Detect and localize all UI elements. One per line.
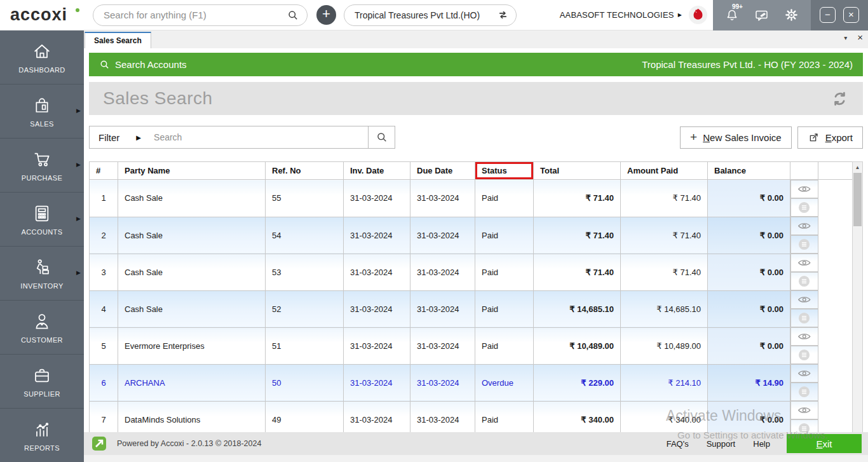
settings-gear-icon[interactable] — [783, 7, 799, 23]
cell-inv-date: 31-03-2024 — [344, 401, 410, 432]
table-row[interactable]: 4 Cash Sale 52 31-03-2024 31-03-2024 Pai… — [90, 290, 853, 327]
col-header-total[interactable]: Total — [534, 162, 621, 180]
switch-company-icon[interactable] — [496, 8, 510, 22]
table-search-button[interactable] — [368, 126, 395, 148]
cell-ref-no: 52 — [266, 290, 344, 327]
sidebar-item-customer[interactable]: CUSTOMER — [0, 301, 84, 355]
sales-table-wrap: # Party Name Ref. No Inv. Date Due Date … — [89, 161, 863, 432]
row-menu-button[interactable] — [790, 346, 818, 364]
col-header-inv-date[interactable]: Inv. Date — [344, 162, 410, 180]
sidebar-item-accounts[interactable]: ACCOUNTS ▶ — [0, 193, 84, 247]
exit-button[interactable]: Exit — [787, 434, 862, 453]
close-button[interactable]: × — [843, 7, 859, 23]
row-menu-button[interactable] — [790, 383, 818, 401]
col-header-status[interactable]: Status — [475, 162, 534, 180]
table-search-input[interactable] — [149, 132, 368, 142]
col-header-balance[interactable]: Balance — [708, 162, 790, 180]
tab-list-caret-icon[interactable]: ▾ — [844, 34, 847, 41]
filter-search-group: Filter ▶ — [89, 126, 395, 149]
sidebar-item-label: ACCOUNTS — [22, 228, 63, 236]
sidebar-item-inventory[interactable]: INVENTORY ▶ — [0, 247, 84, 301]
chevron-right-icon: ▶ — [76, 215, 81, 222]
table-row[interactable]: 6 ARCHANA 50 31-03-2024 31-03-2024 Overd… — [90, 364, 853, 401]
help-link[interactable]: Help — [753, 439, 770, 449]
cell-status: Paid — [475, 290, 534, 327]
global-search[interactable] — [93, 4, 308, 26]
new-sales-invoice-button[interactable]: + New Sales Invoice — [680, 126, 792, 149]
cell-party-name: ARCHANA — [118, 364, 266, 401]
quick-add-button[interactable]: + — [316, 5, 336, 25]
sidebar-item-sales[interactable]: SALES ▶ — [0, 85, 84, 139]
cell-total: ₹ 10,489.00 — [534, 327, 621, 364]
sidebar-item-reports[interactable]: REPORTS — [0, 409, 84, 462]
row-menu-button[interactable] — [790, 419, 818, 432]
tab-sales-search[interactable]: Sales Search — [85, 32, 151, 48]
cell-amount-paid: ₹ 71.40 — [621, 180, 708, 217]
global-search-input[interactable] — [104, 10, 287, 20]
footer: Powered by Accoxi - 2.0.13 © 2018-2024 F… — [84, 432, 868, 455]
notification-tray: 99+ — [713, 0, 811, 31]
accoxi-footer-logo — [92, 436, 107, 451]
scroll-up-icon[interactable]: ▲ — [853, 162, 862, 172]
view-invoice-button[interactable] — [790, 180, 818, 198]
faqs-link[interactable]: FAQ's — [667, 439, 689, 449]
view-invoice-button[interactable] — [790, 290, 818, 309]
row-menu-button[interactable] — [790, 235, 818, 254]
company-selector[interactable]: Tropical Treasures Pvt Ltd.(HO) — [344, 4, 517, 26]
notification-badge: 99+ — [732, 3, 743, 10]
cell-row-number: 4 — [90, 290, 118, 327]
messages-icon[interactable] — [754, 8, 770, 23]
col-header-due-date[interactable]: Due Date — [410, 162, 475, 180]
row-menu-button[interactable] — [790, 309, 818, 327]
cell-due-date: 31-03-2024 — [410, 180, 475, 217]
sidebar-item-label: CUSTOMER — [21, 336, 63, 344]
support-link[interactable]: Support — [707, 439, 736, 449]
row-menu-button[interactable] — [790, 272, 818, 290]
sidebar-item-dashboard[interactable]: DASHBOARD — [0, 31, 84, 85]
inventory-icon — [31, 257, 53, 278]
user-avatar[interactable] — [688, 5, 708, 25]
filter-dropdown[interactable]: Filter ▶ — [90, 132, 149, 143]
col-header-ref[interactable]: Ref. No — [266, 162, 344, 180]
table-row[interactable]: 3 Cash Sale 53 31-03-2024 31-03-2024 Pai… — [90, 254, 853, 290]
eye-icon — [797, 221, 811, 231]
export-button[interactable]: Export — [797, 126, 863, 149]
chevron-right-icon: ▶ — [678, 12, 682, 18]
view-invoice-button[interactable] — [790, 401, 818, 419]
col-header-num[interactable]: # — [90, 162, 118, 180]
eye-icon — [797, 332, 811, 341]
view-invoice-button[interactable] — [790, 254, 818, 272]
view-invoice-button[interactable] — [790, 327, 818, 346]
notifications-button[interactable]: 99+ — [724, 8, 740, 23]
col-header-amount-paid[interactable]: Amount Paid — [621, 162, 708, 180]
view-invoice-button[interactable] — [790, 364, 818, 383]
vertical-scrollbar[interactable]: ▲ ▼ — [852, 161, 863, 432]
account-menu[interactable]: AABASOFT TECHNOLOGIES ▶ — [560, 10, 682, 20]
chevron-right-icon: ▶ — [76, 161, 81, 168]
tab-close-icon[interactable]: × — [857, 33, 863, 42]
cell-ref-no: 49 — [266, 401, 344, 432]
col-header-party[interactable]: Party Name — [118, 162, 266, 180]
cell-party-name: Cash Sale — [118, 217, 266, 254]
table-row[interactable]: 5 Evermore Enterprises 51 31-03-2024 31-… — [90, 327, 853, 364]
row-menu-button[interactable] — [790, 198, 818, 217]
table-row[interactable]: 2 Cash Sale 54 31-03-2024 31-03-2024 Pai… — [90, 217, 853, 254]
cell-amount-paid: ₹ 340.00 — [621, 401, 708, 432]
minimize-button[interactable]: − — [820, 7, 836, 23]
search-accounts-button[interactable]: Search Accounts — [99, 59, 187, 70]
export-icon — [808, 132, 820, 144]
cell-amount-paid: ₹ 10,489.00 — [621, 327, 708, 364]
table-row[interactable]: 1 Cash Sale 55 31-03-2024 31-03-2024 Pai… — [90, 180, 853, 217]
cell-total: ₹ 71.40 — [534, 254, 621, 290]
sidebar-item-purchase[interactable]: PURCHASE ▶ — [0, 139, 84, 193]
search-icon[interactable] — [287, 9, 299, 22]
sidebar-item-supplier[interactable]: SUPPLIER — [0, 355, 84, 409]
table-row[interactable]: 7 DataMinds Solutions 49 31-03-2024 31-0… — [90, 401, 853, 432]
cell-status: Paid — [475, 401, 534, 432]
view-invoice-button[interactable] — [790, 217, 818, 235]
refresh-icon[interactable] — [831, 90, 849, 108]
cell-row-number: 3 — [90, 254, 118, 290]
cell-balance: ₹ 0.00 — [708, 401, 790, 432]
scrollbar-thumb[interactable] — [853, 173, 862, 226]
powered-by-text: Powered by Accoxi - 2.0.13 © 2018-2024 — [117, 439, 261, 448]
